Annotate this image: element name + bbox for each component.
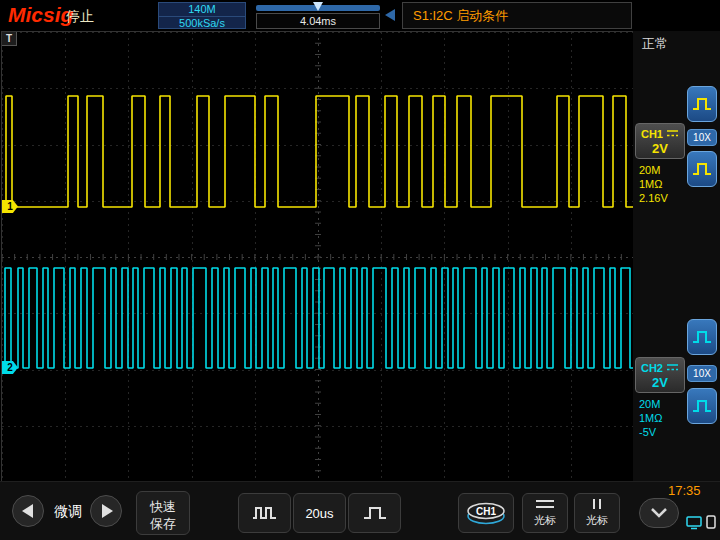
square-wave-icon	[691, 94, 713, 114]
waveform-area[interactable]: T 1 2	[1, 31, 635, 483]
sample-rate-readout: 500kSa/s	[159, 17, 245, 30]
square-wave-icon	[691, 396, 713, 416]
timebase-group: 20us	[238, 493, 401, 533]
right-sidebar: 正常 10X CH1 2V 20M 1MΩ 2.16V	[633, 31, 720, 481]
clock: 17:35	[668, 483, 701, 498]
ch2-badge[interactable]: CH2 2V	[635, 357, 685, 393]
pulse-icon	[362, 503, 388, 523]
device-icon	[706, 515, 716, 529]
timebase-zoom-in-button[interactable]	[348, 493, 401, 533]
timebase-value-button[interactable]: 20us	[293, 493, 346, 533]
vertical-cursor-label: 光标	[586, 513, 608, 528]
ch1-probe-badge[interactable]: 10X	[687, 129, 717, 146]
vertical-cursor-button[interactable]: 光标	[574, 493, 620, 533]
dc-coupling-icon	[666, 129, 679, 138]
ch2-impedance: 1MΩ	[639, 411, 663, 425]
channel-select-label: CH1	[476, 506, 496, 517]
brand-logo: Micsig	[8, 3, 73, 27]
ch2-label: CH2	[641, 362, 663, 374]
ch2-scale: 2V	[636, 375, 684, 390]
ch1-scale: 2V	[636, 141, 684, 156]
acquisition-mode-label: 正常	[642, 35, 668, 53]
channel-stack-icon: CH1	[465, 500, 507, 526]
trigger-arrow-icon	[385, 9, 395, 21]
left-arrow-icon	[22, 504, 33, 518]
ch1-coupling-button[interactable]	[687, 151, 717, 187]
timebase-zoom-out-button[interactable]	[238, 493, 291, 533]
next-button[interactable]	[90, 495, 122, 527]
trigger-condition-label: S1:I2C 启动条件	[403, 3, 631, 28]
trigger-position-marker-icon[interactable]	[313, 2, 323, 11]
waveform-display[interactable]	[2, 32, 634, 482]
ch1-bandwidth: 20M	[639, 163, 668, 177]
display-icon	[686, 516, 702, 530]
chevron-down-icon	[649, 507, 669, 519]
trigger-condition-bar[interactable]: S1:I2C 启动条件	[402, 2, 632, 29]
horizontal-cursor-button[interactable]: 光标	[522, 493, 568, 533]
square-wave-icon	[691, 159, 713, 179]
ch1-impedance: 1MΩ	[639, 177, 668, 191]
ch1-info: 20M 1MΩ 2.16V	[639, 163, 668, 205]
ch2-offset: -5V	[639, 425, 663, 439]
fine-tune-label[interactable]: 微调	[48, 495, 88, 527]
multi-pulse-icon	[252, 503, 278, 523]
ch2-coupling-button[interactable]	[687, 388, 717, 424]
quick-save-label-1: 快速	[137, 498, 189, 515]
prev-button[interactable]	[12, 495, 44, 527]
ch2-info: 20M 1MΩ -5V	[639, 397, 663, 439]
ch2-bandwidth: 20M	[639, 397, 663, 411]
square-wave-icon	[691, 327, 713, 347]
ch2-probe-badge[interactable]: 10X	[687, 365, 717, 382]
trigger-position-bar[interactable]	[256, 5, 380, 11]
channel-select-button[interactable]: CH1	[458, 493, 514, 533]
quick-save-button[interactable]: 快速 保存	[136, 491, 190, 535]
ch1-trigger-slope-button[interactable]	[687, 86, 717, 122]
vertical-cursor-icon	[586, 498, 608, 510]
quick-save-label-2: 保存	[137, 515, 189, 532]
horizontal-cursor-label: 光标	[534, 513, 556, 528]
top-bar: Micsig 停止 140M 500kSa/s 4.04ms S1:I2C 启动…	[0, 0, 720, 31]
dc-coupling-icon	[666, 363, 679, 372]
time-offset-readout: 4.04ms	[256, 13, 380, 29]
run-status-label[interactable]: 停止	[66, 8, 94, 26]
trigger-source-tab: T	[2, 32, 17, 46]
ch1-label: CH1	[641, 128, 663, 140]
horizontal-cursor-icon	[534, 498, 556, 510]
ch1-offset: 2.16V	[639, 191, 668, 205]
bottom-toolbar: 微调 快速 保存 20us CH1	[0, 481, 720, 540]
ch1-badge[interactable]: CH1 2V	[635, 123, 685, 159]
sample-rate-box[interactable]: 140M 500kSa/s	[158, 2, 246, 29]
expand-menu-button[interactable]	[639, 498, 679, 528]
frequency-readout: 140M	[159, 3, 245, 17]
right-arrow-icon	[102, 504, 113, 518]
ch2-trigger-slope-button[interactable]	[687, 319, 717, 355]
